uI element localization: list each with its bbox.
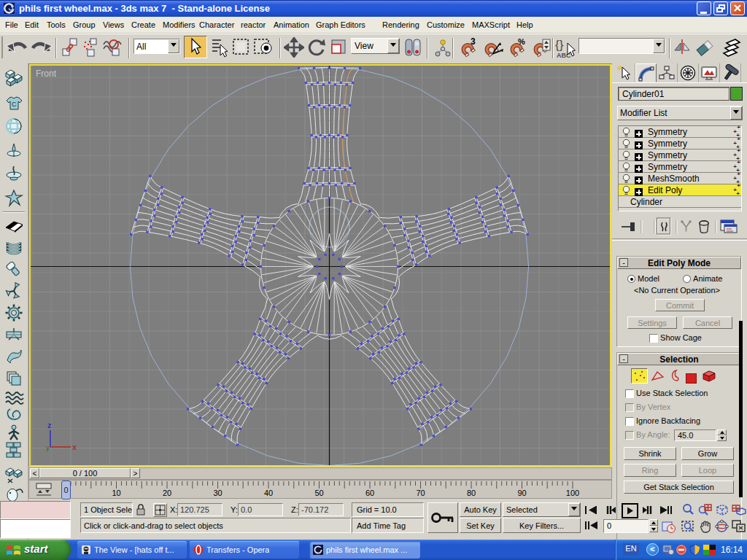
svg-text:Front: Front — [36, 69, 57, 79]
svg-text:y: y — [46, 444, 50, 451]
svg-text:70: 70 — [416, 489, 425, 497]
svg-text:20: 20 — [163, 489, 171, 497]
svg-text:80: 80 — [467, 489, 476, 497]
svg-text:50: 50 — [314, 489, 323, 497]
svg-text:3: 3 — [471, 37, 476, 47]
svg-text:100: 100 — [566, 489, 579, 497]
svg-text:10: 10 — [112, 489, 120, 497]
svg-text:x: x — [72, 443, 77, 451]
svg-text:90: 90 — [517, 489, 526, 497]
svg-text:60: 60 — [365, 489, 374, 497]
svg-text:C: C — [12, 101, 17, 108]
svg-text:{}: {} — [555, 38, 564, 52]
svg-text:z: z — [47, 421, 52, 429]
svg-text:40: 40 — [264, 489, 273, 497]
svg-text:30: 30 — [213, 489, 222, 497]
svg-text:%: % — [518, 37, 525, 46]
